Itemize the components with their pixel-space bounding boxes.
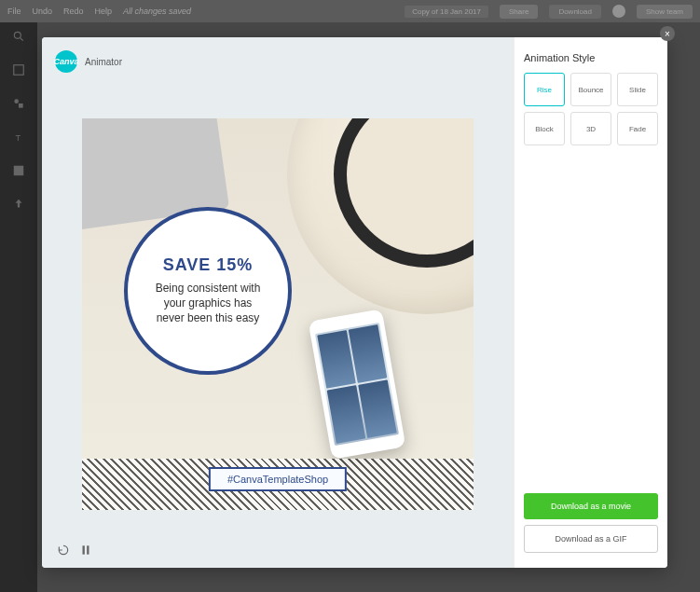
anim-style-bounce[interactable]: Bounce bbox=[570, 73, 611, 106]
modal-preview-pane: Canva Animator SAVE 15% Being consistent… bbox=[42, 37, 514, 568]
animator-modal: × Canva Animator SAVE 15% Being consiste… bbox=[42, 37, 667, 568]
svg-rect-7 bbox=[83, 545, 85, 554]
download-movie-button[interactable]: Download as a movie bbox=[524, 493, 658, 519]
preview-phone bbox=[309, 309, 406, 460]
anim-style-fade[interactable]: Fade bbox=[617, 112, 658, 145]
anim-style-block[interactable]: Block bbox=[524, 112, 565, 145]
anim-style-rise[interactable]: Rise bbox=[524, 73, 565, 106]
close-icon[interactable]: × bbox=[660, 26, 675, 41]
download-gif-button[interactable]: Download as a GIF bbox=[524, 525, 658, 553]
design-preview: SAVE 15% Being consistent with your grap… bbox=[82, 118, 474, 510]
preview-badge: SAVE 15% Being consistent with your grap… bbox=[124, 207, 292, 375]
animation-panel-title: Animation Style bbox=[524, 52, 658, 63]
badge-headline: SAVE 15% bbox=[163, 255, 254, 275]
modal-title: Animator bbox=[85, 57, 122, 67]
badge-text: Being consistent with your graphics has … bbox=[146, 281, 269, 326]
animation-panel: Animation Style Rise Bounce Slide Block … bbox=[514, 37, 667, 568]
anim-style-3d[interactable]: 3D bbox=[570, 112, 611, 145]
preview-hashtag: #CanvaTemplateShop bbox=[209, 467, 347, 491]
anim-style-slide[interactable]: Slide bbox=[617, 73, 658, 106]
pause-icon[interactable] bbox=[79, 544, 92, 557]
replay-icon[interactable] bbox=[57, 544, 70, 557]
canva-logo: Canva bbox=[55, 50, 77, 73]
preview-hat bbox=[287, 118, 474, 314]
svg-rect-8 bbox=[87, 545, 89, 554]
